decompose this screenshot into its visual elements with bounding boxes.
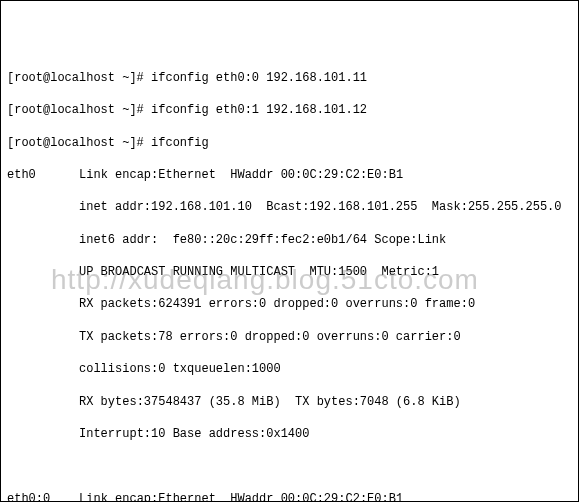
eth0-0-block: eth0:0 Link encap:Ethernet HWaddr 00:0C:… [7,491,572,502]
eth0-encap: Link encap:Ethernet HWaddr 00:0C:29:C2:E… [79,168,403,182]
prompt: [root@localhost ~]# [7,136,144,150]
eth0-bytes: RX bytes:37548437 (35.8 MiB) TX bytes:70… [7,394,572,410]
prompt: [root@localhost ~]# [7,71,144,85]
cmd-line-3: [root@localhost ~]# ifconfig [7,135,572,151]
prompt: [root@localhost ~]# [7,103,144,117]
blank [7,458,572,474]
eth0-block: eth0 Link encap:Ethernet HWaddr 00:0C:29… [7,167,572,183]
eth0-tx: TX packets:78 errors:0 dropped:0 overrun… [7,329,572,345]
command-3: ifconfig [151,136,209,150]
eth0-0-encap: Link encap:Ethernet HWaddr 00:0C:29:C2:E… [79,492,403,502]
eth0-flags: UP BROADCAST RUNNING MULTICAST MTU:1500 … [7,264,572,280]
eth0-rx: RX packets:624391 errors:0 dropped:0 ove… [7,296,572,312]
eth0-int: Interrupt:10 Base address:0x1400 [7,426,572,442]
cmd-line-1: [root@localhost ~]# ifconfig eth0:0 192.… [7,70,572,86]
cmd-line-2: [root@localhost ~]# ifconfig eth0:1 192.… [7,102,572,118]
eth0-inet: inet addr:192.168.101.10 Bcast:192.168.1… [7,199,572,215]
command-2: ifconfig eth0:1 192.168.101.12 [151,103,367,117]
iface-name: eth0 [7,168,36,182]
eth0-inet6: inet6 addr: fe80::20c:29ff:fec2:e0b1/64 … [7,232,572,248]
command-1: ifconfig eth0:0 192.168.101.11 [151,71,367,85]
iface-name: eth0:0 [7,492,50,502]
eth0-coll: collisions:0 txqueuelen:1000 [7,361,572,377]
